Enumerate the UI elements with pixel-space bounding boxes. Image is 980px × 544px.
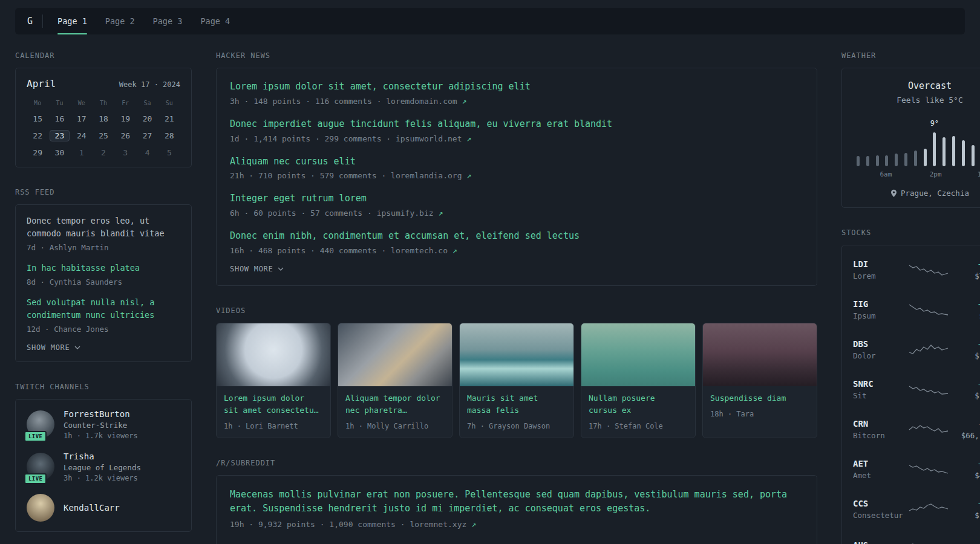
stock-price: $66,171.48 <box>949 431 980 440</box>
rss-item-title[interactable]: Donec tempor eros leo, ut commodo mauris… <box>27 215 180 240</box>
stock-sparkline <box>908 382 949 398</box>
video-title[interactable]: Nullam posuere cursus ex <box>589 392 688 416</box>
stock-row: LDILorem +4.35%$795.18 <box>853 250 980 290</box>
stock-symbol[interactable]: AHS <box>853 540 908 544</box>
video-card[interactable]: Lorem ipsum dolor sit amet consectetu… 1… <box>216 323 331 438</box>
hn-item-title[interactable]: Lorem ipsum dolor sit amet, consectetur … <box>230 80 803 94</box>
hn-item-title[interactable]: Aliquam nec cursus elit <box>230 155 803 169</box>
stock-symbol[interactable]: AET <box>853 459 908 468</box>
tab-page-3[interactable]: Page 3 <box>153 16 183 26</box>
stock-price: $795.18 <box>949 271 980 280</box>
rss-item: In hac habitasse platea 8d · Cynthia Sau… <box>27 262 180 287</box>
calendar-day-next-month: 5 <box>158 148 180 157</box>
rss-item-title[interactable]: Sed volutpat nulla nisl, a condimentum n… <box>27 296 180 322</box>
channel-meta: 1h · 1.7k viewers <box>64 432 138 440</box>
hn-meta-text: 1d · 1,414 points · 299 comments · ipsum… <box>230 134 462 143</box>
rss-show-more-button[interactable]: SHOW MORE <box>27 343 180 352</box>
hackernews-widget: HACKER NEWS Lorem ipsum dolor sit amet, … <box>216 51 817 286</box>
video-thumbnail <box>217 323 330 386</box>
subreddit-post-title[interactable]: Maecenas mollis pulvinar erat non posuer… <box>230 488 803 516</box>
external-link-icon[interactable]: ↗ <box>452 246 457 255</box>
twitch-channel[interactable]: KendallCarr <box>27 494 180 522</box>
weather-time: 10pm <box>978 170 980 178</box>
hn-item-title[interactable]: Integer eget rutrum lorem <box>230 192 803 206</box>
stocks-widget: STOCKS LDILorem +4.35%$795.18 IIGIpsum +… <box>841 228 980 544</box>
day-header: Fr <box>114 100 136 106</box>
channel-name: KendallCarr <box>64 503 120 513</box>
rss-widget: RSS FEED Donec tempor eros leo, ut commo… <box>15 188 192 362</box>
calendar-day: 19 <box>114 114 136 123</box>
external-link-icon[interactable]: ↗ <box>466 171 471 180</box>
video-thumbnail <box>338 323 452 386</box>
channel-name: Trisha <box>64 452 141 461</box>
weather-bar <box>895 154 898 166</box>
calendar-day: 17 <box>71 114 93 123</box>
stock-sparkline <box>908 302 949 318</box>
weather-bar <box>933 132 936 166</box>
stock-symbol[interactable]: CRN <box>853 419 908 429</box>
hn-item: Donec imperdiet augue tincidunt felis al… <box>230 118 803 143</box>
calendar-day-selected: 23 <box>50 130 70 141</box>
calendar-day: 22 <box>27 131 48 140</box>
video-title[interactable]: Suspendisse diam <box>710 392 809 404</box>
video-card[interactable]: Mauris sit amet massa felis 7h · Grayson… <box>459 323 574 438</box>
stock-sparkline <box>908 462 949 478</box>
video-title[interactable]: Aliquam tempor dolor nec pharetra… <box>345 392 445 416</box>
video-title[interactable]: Mauris sit amet massa felis <box>467 392 566 416</box>
tab-page-1[interactable]: Page 1 <box>57 16 87 26</box>
hn-item-title[interactable]: Donec enim nibh, condimentum et accumsan… <box>230 230 803 243</box>
stock-change: +4.35% <box>949 260 980 269</box>
weather-bar <box>972 145 975 166</box>
weather-widget: WEATHER Overcast Feels like 5°C 9° 6am 2… <box>841 51 980 208</box>
twitch-channel[interactable]: LIVE Trisha League of Legends 3h · 1.2k … <box>27 452 180 482</box>
show-more-label: SHOW MORE <box>27 343 70 352</box>
video-card[interactable]: Nullam posuere cursus ex 17h · Stefan Co… <box>581 323 696 438</box>
weather-condition: Overcast <box>853 80 980 91</box>
stock-change: -1.00% <box>949 419 980 429</box>
external-link-icon[interactable]: ↗ <box>438 209 443 218</box>
weather-bar <box>885 155 888 166</box>
hn-show-more-button[interactable]: SHOW MORE <box>230 265 803 273</box>
stock-sparkline <box>908 539 949 544</box>
calendar-day: 25 <box>93 131 114 140</box>
stock-symbol[interactable]: IIG <box>853 299 908 309</box>
external-link-icon[interactable]: ↗ <box>462 97 467 106</box>
video-card[interactable]: Aliquam tempor dolor nec pharetra… 1h · … <box>338 323 452 438</box>
calendar-month: April <box>27 78 56 89</box>
video-meta: 1h · Lori Barnett <box>224 422 323 430</box>
app-logo[interactable]: G <box>18 16 42 27</box>
stocks-box: LDILorem +4.35%$795.18 IIGIpsum +2.84%$4… <box>841 245 980 544</box>
page-tabs: Page 1 Page 2 Page 3 Page 4 <box>57 16 230 26</box>
stock-change: +0.51% <box>949 499 980 508</box>
stock-name: Bitcorn <box>853 431 908 440</box>
tab-page-2[interactable]: Page 2 <box>105 16 135 26</box>
sparkline-path <box>909 265 948 275</box>
stock-sparkline <box>908 342 949 358</box>
channel-avatar <box>27 494 54 522</box>
stock-symbol[interactable]: DBS <box>853 339 908 349</box>
rss-item-title[interactable]: In hac habitasse platea <box>27 262 180 274</box>
external-link-icon[interactable]: ↗ <box>466 134 471 143</box>
stock-symbol[interactable]: SNRC <box>853 379 908 389</box>
chevron-down-icon <box>278 266 284 272</box>
video-title[interactable]: Lorem ipsum dolor sit amet consectetu… <box>224 392 323 416</box>
hn-item: Lorem ipsum dolor sit amet, consectetur … <box>230 80 803 106</box>
day-header: Tu <box>48 100 70 106</box>
hn-item: Aliquam nec cursus elit 21h · 710 points… <box>230 155 803 181</box>
video-thumbnail <box>581 323 695 386</box>
weather-bar <box>866 156 869 166</box>
hn-item-meta: 6h · 60 points · 57 comments · ipsumify.… <box>230 209 803 218</box>
rss-item-meta: 8d · Cynthia Saunders <box>27 277 180 287</box>
twitch-channel[interactable]: LIVE ForrestBurton Counter-Strike 1h · 1… <box>27 409 180 440</box>
video-card[interactable]: Suspendisse diam 18h · Tara <box>702 323 817 438</box>
stock-symbol[interactable]: CCS <box>853 499 908 508</box>
hn-item-meta: 3h · 148 points · 116 comments · loremdo… <box>230 97 803 106</box>
tab-page-4[interactable]: Page 4 <box>200 16 230 26</box>
hn-item-meta: 1d · 1,414 points · 299 comments · ipsum… <box>230 134 803 143</box>
hn-meta-text: 16h · 468 points · 440 comments · loremt… <box>230 246 448 255</box>
weather-feels-like: Feels like 5°C <box>853 96 980 105</box>
external-link-icon[interactable]: ↗ <box>471 520 476 529</box>
sparkline-path <box>909 465 948 473</box>
stock-symbol[interactable]: LDI <box>853 259 908 269</box>
hn-item-title[interactable]: Donec imperdiet augue tincidunt felis al… <box>230 118 803 131</box>
